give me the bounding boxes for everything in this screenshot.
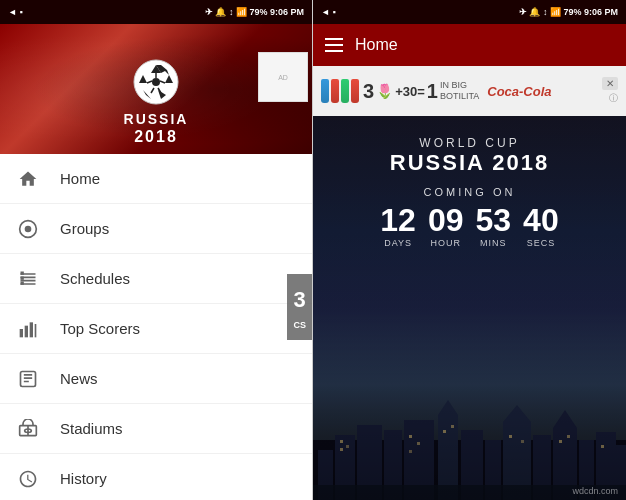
ad-plus30: +30=	[395, 84, 425, 99]
svg-rect-16	[21, 276, 24, 279]
right-toolbar: Home	[313, 24, 626, 66]
sidebar-item-schedules[interactable]: Schedules	[0, 254, 312, 304]
svg-rect-15	[21, 271, 24, 274]
world-cup-title: RUSSIA 2018	[313, 150, 626, 176]
right-status-left: ◄ ▪	[321, 7, 336, 17]
right-status-right: ✈ 🔔 ↕ 📶 79% 9:06 PM	[519, 7, 618, 17]
svg-rect-17	[21, 281, 24, 284]
countdown-mins: 53 MINS	[476, 204, 512, 248]
sidebar-item-news[interactable]: News	[0, 354, 312, 404]
watermark: wdcdn.com	[572, 486, 618, 496]
world-cup-text-block: WORLD CUP RUSSIA 2018 COMING ON	[313, 116, 626, 198]
number-overlay: 3 CS	[287, 274, 312, 340]
top-scorers-icon	[16, 317, 40, 341]
left-status-bar: ◄ ▪ ✈ 🔔 ↕ 📶 79% 9:06 PM	[0, 0, 312, 24]
left-panel: ◄ ▪ ✈ 🔔 ↕ 📶 79% 9:06 PM	[0, 0, 313, 500]
svg-rect-20	[30, 322, 33, 337]
hours-label: HOUR	[430, 238, 461, 248]
countdown-secs: 40 SECS	[523, 204, 559, 248]
history-icon	[16, 467, 40, 491]
hamburger-line-3	[325, 50, 343, 52]
hours-value: 09	[428, 204, 464, 236]
left-status-right: ✈ 🔔 ↕ 📶 79% 9:06 PM	[205, 7, 304, 17]
svg-rect-18	[20, 329, 23, 337]
ad-info-icon[interactable]: ⓘ	[609, 92, 618, 105]
ad-bottles	[321, 79, 359, 103]
toolbar-title: Home	[355, 36, 398, 54]
groups-icon	[16, 217, 40, 241]
mins-label: MINS	[480, 238, 507, 248]
days-label: DAYS	[384, 238, 412, 248]
svg-point-14	[25, 225, 32, 232]
schedules-icon	[16, 267, 40, 291]
soccer-ball-icon	[131, 57, 181, 107]
year-label: 2018	[134, 128, 178, 146]
left-header: RUSSIA 2018 AD	[0, 24, 312, 154]
ad-number-3: 3	[363, 80, 374, 103]
overlay-text: CS	[293, 318, 306, 332]
menu-list: Home Groups Schedules	[0, 154, 312, 500]
svg-point-7	[152, 78, 160, 86]
coming-on-label: COMING ON	[313, 186, 626, 198]
sidebar-item-groups[interactable]: Groups	[0, 204, 312, 254]
history-label: History	[60, 470, 107, 487]
hamburger-line-1	[325, 38, 343, 40]
countdown-days: 12 DAYS	[380, 204, 416, 248]
overlay-number: 3	[293, 282, 306, 317]
left-ad-banner[interactable]: AD	[258, 52, 308, 102]
ad-banner[interactable]: 3 🌷 +30= 1 IN BIGBOTILITA Coca-Cola ✕ ⓘ	[313, 66, 626, 116]
main-content: WORLD CUP RUSSIA 2018 COMING ON 12 DAYS …	[313, 116, 626, 500]
svg-rect-21	[35, 324, 37, 337]
home-icon	[16, 167, 40, 191]
svg-rect-19	[25, 325, 28, 337]
hamburger-line-2	[325, 44, 343, 46]
top-scorers-label: Top Scorers	[60, 320, 140, 337]
ad-emoji: 🌷	[376, 83, 393, 99]
ad-one: 1	[427, 80, 438, 103]
groups-label: Groups	[60, 220, 109, 237]
schedules-label: Schedules	[60, 270, 130, 287]
sidebar-item-history[interactable]: History	[0, 454, 312, 500]
hamburger-menu-button[interactable]	[325, 38, 343, 52]
bottle-blue	[321, 79, 329, 103]
secs-label: SECS	[527, 238, 556, 248]
sidebar-item-home[interactable]: Home	[0, 154, 312, 204]
ad-small-text: IN BIGBOTILITA	[440, 80, 479, 102]
ad-close-button[interactable]: ✕	[602, 77, 618, 90]
secs-value: 40	[523, 204, 559, 236]
news-icon	[16, 367, 40, 391]
ad-brand: Coca-Cola	[487, 84, 551, 99]
sidebar-item-top-scorers[interactable]: Top Scorers	[0, 304, 312, 354]
world-cup-label: WORLD CUP	[313, 136, 626, 150]
bottle-red-1	[331, 79, 339, 103]
countdown-timer: 12 DAYS 09 HOUR 53 MINS 40 SECS	[313, 204, 626, 248]
mins-value: 53	[476, 204, 512, 236]
news-label: News	[60, 370, 98, 387]
countdown-hours: 09 HOUR	[428, 204, 464, 248]
ad-content: 3 🌷 +30= 1 IN BIGBOTILITA Coca-Cola	[321, 79, 602, 103]
home-label: Home	[60, 170, 100, 187]
stadiums-icon	[16, 417, 40, 441]
russia-label: RUSSIA	[124, 111, 189, 128]
days-value: 12	[380, 204, 416, 236]
bottle-red-2	[351, 79, 359, 103]
right-panel: ◄ ▪ ✈ 🔔 ↕ 📶 79% 9:06 PM Home 3 🌷 +30=	[313, 0, 626, 500]
stadiums-label: Stadiums	[60, 420, 123, 437]
sidebar-item-stadiums[interactable]: Stadiums	[0, 404, 312, 454]
left-status-left: ◄ ▪	[8, 7, 23, 17]
right-status-bar: ◄ ▪ ✈ 🔔 ↕ 📶 79% 9:06 PM	[313, 0, 626, 24]
bottle-green	[341, 79, 349, 103]
